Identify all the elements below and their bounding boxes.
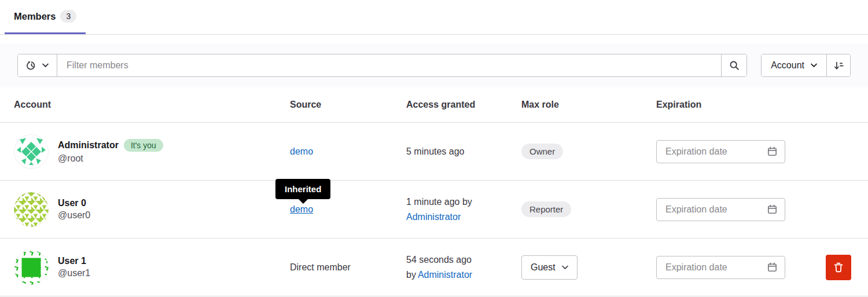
expiration-cell (656, 140, 868, 163)
avatar-user1[interactable] (14, 250, 49, 285)
member-name[interactable]: Administrator (58, 140, 119, 151)
access-granted-cell: 5 minutes ago (406, 144, 521, 159)
search-icon (729, 60, 740, 71)
source-cell: demo (290, 146, 406, 157)
sort-direction-button[interactable] (827, 54, 850, 76)
history-icon (26, 60, 37, 71)
tab-bar: Members 3 (0, 0, 868, 35)
expiration-date-field[interactable] (656, 140, 785, 163)
header-access-granted: Access granted (406, 100, 521, 110)
role-badge: Reporter (521, 201, 571, 217)
source-cell: Direct member (290, 262, 406, 273)
max-role-dropdown[interactable]: Guest (521, 255, 578, 280)
search-button[interactable] (721, 54, 746, 76)
avatar-administrator[interactable] (14, 134, 49, 169)
header-account: Account (0, 100, 290, 110)
max-role-value: Guest (531, 262, 556, 273)
calendar-icon (767, 204, 777, 214)
member-username: @root (58, 153, 163, 164)
avatar-user0[interactable] (14, 192, 49, 227)
source-cell: Inherited demo (290, 204, 406, 215)
header-source: Source (290, 100, 406, 110)
max-role-cell: Guest (521, 255, 656, 280)
max-role-cell: Owner (521, 144, 656, 159)
member-username: @user0 (58, 210, 90, 221)
chevron-down-icon (811, 63, 817, 68)
member-row-user0: User 0 @user0 Inherited demo 1 minute ag… (0, 181, 868, 239)
chevron-down-icon (562, 265, 568, 270)
granted-by-link[interactable]: Administrator (406, 212, 461, 222)
inherited-tooltip: Inherited (275, 179, 330, 199)
members-table-header: Account Source Access granted Max role E… (0, 87, 868, 123)
calendar-icon (767, 146, 777, 156)
account-cell: User 0 @user0 (0, 192, 290, 227)
remove-member-button[interactable] (826, 255, 851, 280)
sort-control: Account (761, 54, 851, 77)
expiration-date-input[interactable] (664, 204, 763, 215)
tab-members[interactable]: Members 3 (5, 0, 86, 34)
expiration-cell (656, 198, 868, 221)
expiration-date-field[interactable] (656, 256, 785, 279)
member-meta: Administrator It's you @root (58, 139, 163, 164)
member-row-user1: User 1 @user1 Direct member 54 seconds a… (0, 239, 868, 296)
its-you-badge: It's you (124, 139, 163, 152)
sort-descending-icon (834, 61, 844, 71)
filter-members-input[interactable] (57, 54, 721, 76)
access-granted-text: 54 seconds ago (406, 255, 472, 265)
expiration-date-field[interactable] (656, 198, 785, 221)
account-cell: Administrator It's you @root (0, 134, 290, 169)
expiration-date-input[interactable] (664, 262, 763, 273)
members-count-badge: 3 (60, 10, 76, 23)
access-granted-cell: 54 seconds ago byAdministrator (406, 252, 521, 282)
member-meta: User 0 @user0 (58, 198, 90, 221)
member-meta: User 1 @user1 (58, 256, 90, 278)
tab-members-label: Members (14, 11, 56, 22)
by-prefix: by (406, 270, 416, 280)
calendar-icon (767, 262, 777, 272)
expiration-cell (656, 255, 868, 280)
header-max-role: Max role (521, 100, 656, 110)
access-granted-text: 1 minute ago by (406, 197, 472, 207)
expiration-date-input[interactable] (664, 146, 763, 157)
search-history-dropdown[interactable] (18, 54, 57, 76)
granted-by-link[interactable]: Administrator (418, 270, 472, 280)
sort-by-label: Account (771, 60, 804, 71)
chevron-down-icon (42, 63, 49, 68)
member-row-administrator: Administrator It's you @root demo 5 minu… (0, 123, 868, 181)
account-cell: User 1 @user1 (0, 250, 290, 285)
filter-bar: Account (0, 43, 868, 87)
member-name[interactable]: User 1 (58, 256, 86, 266)
member-name[interactable]: User 0 (58, 198, 86, 208)
source-text: Direct member (290, 262, 351, 272)
source-link[interactable]: demo (290, 146, 313, 156)
header-expiration: Expiration (656, 100, 868, 110)
sort-by-dropdown[interactable]: Account (762, 54, 827, 76)
max-role-cell: Reporter (521, 201, 656, 217)
access-granted-text: 5 minutes ago (406, 146, 465, 156)
access-granted-cell: 1 minute ago by Administrator (406, 195, 521, 224)
trash-icon (833, 262, 844, 273)
role-badge: Owner (521, 144, 563, 159)
filtered-search (17, 54, 747, 77)
member-username: @user1 (58, 268, 90, 278)
